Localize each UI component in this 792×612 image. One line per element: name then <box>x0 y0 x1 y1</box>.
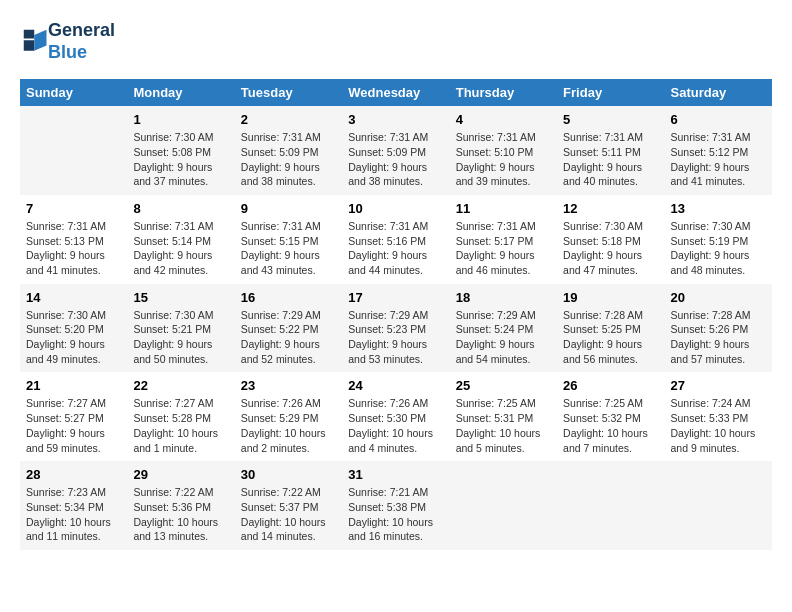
day-info: Sunrise: 7:31 AM Sunset: 5:09 PM Dayligh… <box>241 130 336 189</box>
day-info: Sunrise: 7:25 AM Sunset: 5:31 PM Dayligh… <box>456 396 551 455</box>
calendar-cell: 3Sunrise: 7:31 AM Sunset: 5:09 PM Daylig… <box>342 106 449 195</box>
day-number: 21 <box>26 378 121 393</box>
calendar-cell: 31Sunrise: 7:21 AM Sunset: 5:38 PM Dayli… <box>342 461 449 550</box>
day-number: 6 <box>671 112 766 127</box>
day-number: 3 <box>348 112 443 127</box>
day-number: 16 <box>241 290 336 305</box>
column-header-sunday: Sunday <box>20 79 127 106</box>
day-info: Sunrise: 7:31 AM Sunset: 5:11 PM Dayligh… <box>563 130 658 189</box>
calendar-cell: 4Sunrise: 7:31 AM Sunset: 5:10 PM Daylig… <box>450 106 557 195</box>
day-info: Sunrise: 7:31 AM Sunset: 5:16 PM Dayligh… <box>348 219 443 278</box>
day-number: 29 <box>133 467 228 482</box>
day-info: Sunrise: 7:30 AM Sunset: 5:19 PM Dayligh… <box>671 219 766 278</box>
calendar-cell: 13Sunrise: 7:30 AM Sunset: 5:19 PM Dayli… <box>665 195 772 284</box>
calendar-cell: 21Sunrise: 7:27 AM Sunset: 5:27 PM Dayli… <box>20 372 127 461</box>
day-number: 15 <box>133 290 228 305</box>
day-number: 26 <box>563 378 658 393</box>
day-info: Sunrise: 7:31 AM Sunset: 5:17 PM Dayligh… <box>456 219 551 278</box>
calendar-cell: 20Sunrise: 7:28 AM Sunset: 5:26 PM Dayli… <box>665 284 772 373</box>
week-row-2: 7Sunrise: 7:31 AM Sunset: 5:13 PM Daylig… <box>20 195 772 284</box>
calendar-cell: 27Sunrise: 7:24 AM Sunset: 5:33 PM Dayli… <box>665 372 772 461</box>
day-info: Sunrise: 7:24 AM Sunset: 5:33 PM Dayligh… <box>671 396 766 455</box>
calendar-cell: 26Sunrise: 7:25 AM Sunset: 5:32 PM Dayli… <box>557 372 664 461</box>
day-number: 10 <box>348 201 443 216</box>
calendar-cell: 25Sunrise: 7:25 AM Sunset: 5:31 PM Dayli… <box>450 372 557 461</box>
week-row-5: 28Sunrise: 7:23 AM Sunset: 5:34 PM Dayli… <box>20 461 772 550</box>
day-number: 5 <box>563 112 658 127</box>
day-info: Sunrise: 7:28 AM Sunset: 5:25 PM Dayligh… <box>563 308 658 367</box>
day-number: 22 <box>133 378 228 393</box>
column-header-tuesday: Tuesday <box>235 79 342 106</box>
calendar-cell: 6Sunrise: 7:31 AM Sunset: 5:12 PM Daylig… <box>665 106 772 195</box>
day-number: 11 <box>456 201 551 216</box>
day-number: 7 <box>26 201 121 216</box>
svg-rect-1 <box>24 29 35 38</box>
logo-icon <box>22 28 50 56</box>
day-info: Sunrise: 7:21 AM Sunset: 5:38 PM Dayligh… <box>348 485 443 544</box>
svg-rect-0 <box>24 40 35 51</box>
day-info: Sunrise: 7:31 AM Sunset: 5:09 PM Dayligh… <box>348 130 443 189</box>
calendar-cell: 5Sunrise: 7:31 AM Sunset: 5:11 PM Daylig… <box>557 106 664 195</box>
calendar-cell: 9Sunrise: 7:31 AM Sunset: 5:15 PM Daylig… <box>235 195 342 284</box>
calendar-cell: 22Sunrise: 7:27 AM Sunset: 5:28 PM Dayli… <box>127 372 234 461</box>
calendar-cell <box>557 461 664 550</box>
column-header-monday: Monday <box>127 79 234 106</box>
column-header-saturday: Saturday <box>665 79 772 106</box>
day-number: 1 <box>133 112 228 127</box>
day-number: 14 <box>26 290 121 305</box>
header-row: SundayMondayTuesdayWednesdayThursdayFrid… <box>20 79 772 106</box>
day-number: 12 <box>563 201 658 216</box>
calendar-cell: 29Sunrise: 7:22 AM Sunset: 5:36 PM Dayli… <box>127 461 234 550</box>
day-info: Sunrise: 7:26 AM Sunset: 5:30 PM Dayligh… <box>348 396 443 455</box>
calendar-cell: 15Sunrise: 7:30 AM Sunset: 5:21 PM Dayli… <box>127 284 234 373</box>
day-info: Sunrise: 7:31 AM Sunset: 5:13 PM Dayligh… <box>26 219 121 278</box>
day-info: Sunrise: 7:29 AM Sunset: 5:23 PM Dayligh… <box>348 308 443 367</box>
day-number: 19 <box>563 290 658 305</box>
day-number: 18 <box>456 290 551 305</box>
day-info: Sunrise: 7:27 AM Sunset: 5:28 PM Dayligh… <box>133 396 228 455</box>
day-number: 20 <box>671 290 766 305</box>
day-number: 25 <box>456 378 551 393</box>
day-info: Sunrise: 7:30 AM Sunset: 5:08 PM Dayligh… <box>133 130 228 189</box>
day-number: 27 <box>671 378 766 393</box>
calendar-cell <box>665 461 772 550</box>
week-row-4: 21Sunrise: 7:27 AM Sunset: 5:27 PM Dayli… <box>20 372 772 461</box>
calendar-cell: 2Sunrise: 7:31 AM Sunset: 5:09 PM Daylig… <box>235 106 342 195</box>
calendar-cell: 18Sunrise: 7:29 AM Sunset: 5:24 PM Dayli… <box>450 284 557 373</box>
day-number: 30 <box>241 467 336 482</box>
day-info: Sunrise: 7:26 AM Sunset: 5:29 PM Dayligh… <box>241 396 336 455</box>
day-info: Sunrise: 7:28 AM Sunset: 5:26 PM Dayligh… <box>671 308 766 367</box>
calendar-cell: 8Sunrise: 7:31 AM Sunset: 5:14 PM Daylig… <box>127 195 234 284</box>
calendar-cell: 14Sunrise: 7:30 AM Sunset: 5:20 PM Dayli… <box>20 284 127 373</box>
day-info: Sunrise: 7:22 AM Sunset: 5:37 PM Dayligh… <box>241 485 336 544</box>
day-number: 13 <box>671 201 766 216</box>
calendar-cell: 30Sunrise: 7:22 AM Sunset: 5:37 PM Dayli… <box>235 461 342 550</box>
day-number: 8 <box>133 201 228 216</box>
week-row-1: 1Sunrise: 7:30 AM Sunset: 5:08 PM Daylig… <box>20 106 772 195</box>
calendar-cell: 24Sunrise: 7:26 AM Sunset: 5:30 PM Dayli… <box>342 372 449 461</box>
day-info: Sunrise: 7:29 AM Sunset: 5:24 PM Dayligh… <box>456 308 551 367</box>
svg-marker-2 <box>34 29 46 50</box>
calendar-cell: 23Sunrise: 7:26 AM Sunset: 5:29 PM Dayli… <box>235 372 342 461</box>
day-number: 9 <box>241 201 336 216</box>
day-info: Sunrise: 7:27 AM Sunset: 5:27 PM Dayligh… <box>26 396 121 455</box>
day-number: 24 <box>348 378 443 393</box>
day-info: Sunrise: 7:31 AM Sunset: 5:12 PM Dayligh… <box>671 130 766 189</box>
calendar-cell: 12Sunrise: 7:30 AM Sunset: 5:18 PM Dayli… <box>557 195 664 284</box>
day-number: 31 <box>348 467 443 482</box>
day-info: Sunrise: 7:30 AM Sunset: 5:21 PM Dayligh… <box>133 308 228 367</box>
calendar-header: SundayMondayTuesdayWednesdayThursdayFrid… <box>20 79 772 106</box>
calendar-cell <box>450 461 557 550</box>
calendar-cell: 28Sunrise: 7:23 AM Sunset: 5:34 PM Dayli… <box>20 461 127 550</box>
day-info: Sunrise: 7:31 AM Sunset: 5:10 PM Dayligh… <box>456 130 551 189</box>
day-info: Sunrise: 7:23 AM Sunset: 5:34 PM Dayligh… <box>26 485 121 544</box>
calendar-table: SundayMondayTuesdayWednesdayThursdayFrid… <box>20 79 772 550</box>
calendar-body: 1Sunrise: 7:30 AM Sunset: 5:08 PM Daylig… <box>20 106 772 550</box>
week-row-3: 14Sunrise: 7:30 AM Sunset: 5:20 PM Dayli… <box>20 284 772 373</box>
calendar-cell: 7Sunrise: 7:31 AM Sunset: 5:13 PM Daylig… <box>20 195 127 284</box>
logo-text: General Blue <box>48 20 115 63</box>
column-header-friday: Friday <box>557 79 664 106</box>
day-info: Sunrise: 7:31 AM Sunset: 5:14 PM Dayligh… <box>133 219 228 278</box>
calendar-cell: 17Sunrise: 7:29 AM Sunset: 5:23 PM Dayli… <box>342 284 449 373</box>
page-header: General Blue <box>20 20 772 63</box>
